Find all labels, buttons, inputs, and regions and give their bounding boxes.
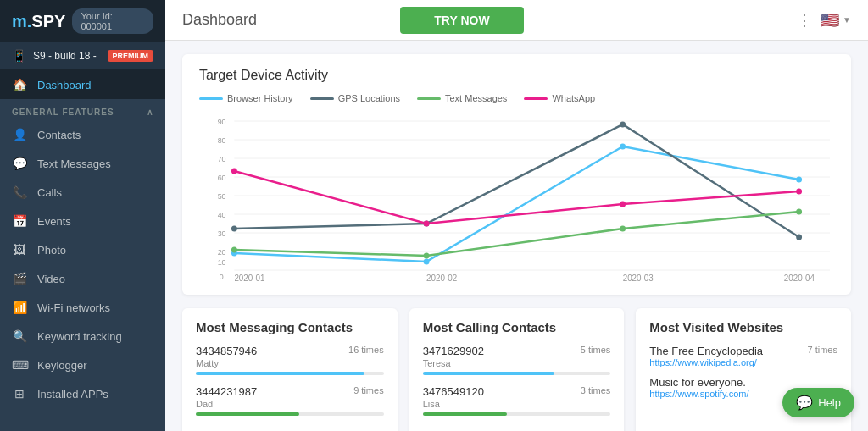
line-text-messages — [234, 212, 798, 256]
svg-text:90: 90 — [218, 118, 226, 126]
premium-badge: PREMIUM — [108, 50, 154, 62]
logo: m.SPY — [12, 12, 65, 31]
page-title: Dashboard — [182, 11, 257, 29]
contact-number-1: 3444231987 — [196, 385, 257, 398]
us-flag-icon: 🇺🇸 — [821, 11, 839, 30]
more-options-icon[interactable]: ⋮ — [797, 11, 812, 30]
nav-item-keylogger[interactable]: ⌨ Keylogger — [0, 351, 165, 379]
chart-legend: Browser History GPS Locations Text Messa… — [199, 93, 834, 103]
contact-times-1: 9 times — [353, 385, 383, 398]
chat-icon: 💬 — [796, 395, 813, 411]
svg-text:2020-01: 2020-01 — [234, 274, 265, 281]
nav-item-contacts[interactable]: 👤 Contacts — [0, 120, 165, 149]
nav-item-installed-apps[interactable]: ⊞ Installed APPs — [0, 379, 165, 408]
top-bar-right: ⋮ 🇺🇸 ▼ — [797, 11, 851, 30]
user-id-badge: Your Id: 000001 — [72, 8, 153, 34]
svg-point-32 — [424, 253, 430, 259]
svg-point-36 — [424, 221, 430, 227]
svg-text:80: 80 — [218, 136, 226, 145]
flag-dropdown[interactable]: 🇺🇸 ▼ — [821, 11, 851, 30]
nav-item-events[interactable]: 📅 Events — [0, 207, 165, 235]
svg-text:60: 60 — [218, 174, 226, 182]
calling-times-0: 5 times — [581, 345, 610, 357]
events-icon: 📅 — [12, 214, 27, 228]
site-name-1: Music for everyone. — [649, 376, 748, 389]
svg-point-38 — [796, 189, 802, 195]
contacts-icon: 👤 — [12, 128, 27, 141]
nav-section-header: GENERAL FEATURES ∧ — [0, 99, 165, 120]
website-row-0: The Free Encyclopedia https://www.wikipe… — [649, 345, 837, 367]
site-url-1[interactable]: https://www.spotify.com/ — [649, 389, 748, 399]
calls-icon: 📞 — [12, 185, 27, 199]
nav-item-dashboard[interactable]: 🏠 Dashboard — [0, 70, 165, 99]
sidebar-header: m.SPY Your Id: 000001 — [0, 0, 165, 42]
messaging-contact-row-0: 3434857946 16 times Matty — [196, 345, 384, 375]
nav-item-text-messages[interactable]: 💬 Text Messages — [0, 149, 165, 178]
calling-number-1: 3476549120 — [423, 385, 484, 398]
calling-name-1: Lisa — [423, 399, 611, 409]
legend-browser-history: Browser History — [199, 93, 293, 103]
calling-contacts-card: Most Calling Contacts 3471629902 5 times… — [409, 308, 625, 431]
legend-whatsapp: WhatsApp — [524, 93, 595, 103]
activity-chart: 90 80 70 60 50 40 30 20 10 0 — [199, 112, 834, 281]
svg-text:0: 0 — [220, 273, 224, 281]
svg-point-29 — [620, 122, 626, 128]
chevron-up-icon: ∧ — [147, 108, 153, 117]
contact-number-0: 3434857946 — [196, 345, 257, 357]
svg-text:70: 70 — [218, 155, 226, 163]
svg-point-34 — [796, 209, 802, 215]
svg-point-35 — [231, 169, 237, 174]
legend-text-messages: Text Messages — [417, 93, 507, 103]
device-row[interactable]: 📱 S9 - build 18 - PREMIUM — [0, 42, 165, 70]
svg-point-33 — [620, 226, 626, 232]
svg-point-26 — [796, 177, 802, 183]
svg-point-24 — [424, 259, 430, 265]
messaging-contact-row-1: 3444231987 9 times Dad — [196, 385, 384, 416]
site-url-0[interactable]: https://www.wikipedia.org/ — [649, 357, 763, 367]
legend-gps: GPS Locations — [310, 93, 400, 103]
visited-websites-title: Most Visited Websites — [649, 320, 837, 334]
svg-point-27 — [231, 226, 237, 232]
svg-text:20: 20 — [218, 248, 226, 257]
photo-icon: 🖼 — [12, 243, 27, 257]
calling-contact-row-1: 3476549120 3 times Lisa — [423, 385, 611, 416]
nav-item-video[interactable]: 🎬 Video — [0, 264, 165, 293]
line-browser-history — [234, 146, 798, 262]
try-now-button[interactable]: TRY NOW — [400, 7, 523, 34]
bottom-cards: Most Messaging Contacts 3434857946 16 ti… — [182, 308, 851, 431]
messaging-contacts-title: Most Messaging Contacts — [196, 320, 384, 334]
device-name: S9 - build 18 - — [33, 50, 101, 62]
calling-times-1: 3 times — [581, 385, 610, 398]
top-bar: Dashboard TRY NOW ⋮ 🇺🇸 ▼ — [165, 0, 868, 41]
site-count-0: 7 times — [808, 345, 837, 355]
main-area: Dashboard TRY NOW ⋮ 🇺🇸 ▼ Target Device A… — [165, 0, 868, 431]
svg-text:50: 50 — [218, 192, 226, 201]
site-name-0: The Free Encyclopedia — [649, 345, 763, 357]
nav-item-wifi[interactable]: 📶 Wi-Fi networks — [0, 293, 165, 322]
video-icon: 🎬 — [12, 272, 27, 285]
nav-list: 🏠 Dashboard GENERAL FEATURES ∧ 👤 Contact… — [0, 70, 165, 431]
home-icon: 🏠 — [12, 78, 27, 91]
chart-svg: 90 80 70 60 50 40 30 20 10 0 — [199, 112, 834, 281]
activity-card: Target Device Activity Browser History G… — [182, 54, 851, 295]
svg-text:10: 10 — [218, 258, 226, 267]
messaging-contacts-card: Most Messaging Contacts 3434857946 16 ti… — [182, 308, 398, 431]
calling-name-0: Teresa — [423, 358, 611, 368]
nav-item-calls[interactable]: 📞 Calls — [0, 178, 165, 207]
svg-text:40: 40 — [218, 211, 226, 219]
svg-point-25 — [620, 144, 626, 150]
help-button[interactable]: 💬 Help — [782, 388, 854, 417]
device-icon: 📱 — [12, 49, 26, 63]
chevron-down-icon: ▼ — [843, 15, 851, 25]
calling-contact-row-0: 3471629902 5 times Teresa — [423, 345, 611, 375]
svg-text:2020-03: 2020-03 — [623, 274, 654, 281]
nav-item-photo[interactable]: 🖼 Photo — [0, 235, 165, 264]
content-area: Target Device Activity Browser History G… — [165, 41, 868, 431]
svg-text:30: 30 — [218, 229, 226, 238]
messages-icon: 💬 — [12, 157, 27, 170]
nav-item-keyword[interactable]: 🔍 Keyword tracking — [0, 322, 165, 351]
wifi-icon: 📶 — [12, 301, 27, 314]
svg-point-31 — [231, 247, 237, 253]
svg-text:2020-04: 2020-04 — [784, 274, 815, 281]
svg-point-37 — [620, 202, 626, 207]
